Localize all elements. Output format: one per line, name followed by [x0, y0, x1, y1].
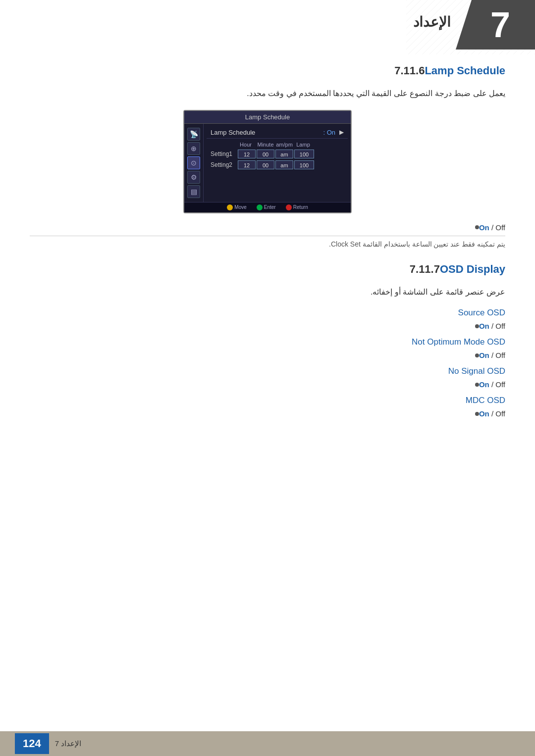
setting1-lamp: 100: [294, 150, 314, 158]
osd-inner: 📡 ⊕ ⊙ ⚙ ▤ Lamp Schedule : On ▶ Hour: [184, 124, 351, 202]
no-signal-osd-bullet: On / Off: [30, 380, 505, 389]
source-osd-heading: Source OSD: [30, 308, 505, 318]
off-label-5: Off: [495, 409, 505, 418]
return-label: Return: [293, 204, 308, 210]
setting2-lamp: 100: [294, 160, 314, 169]
osd-menu-label: Lamp Schedule: [211, 129, 323, 136]
osd-btn-return: Return: [286, 204, 308, 210]
bullet-dot-5: [475, 412, 479, 416]
setting2-ampm: am: [275, 160, 293, 169]
osd-screen: Lamp Schedule 📡 ⊕ ⊙ ⚙ ▤ Lamp Schedule : …: [183, 110, 352, 213]
setting1-hour: 12: [238, 150, 256, 158]
enter-icon: [257, 204, 263, 210]
osd-icon-1: 📡: [187, 128, 200, 141]
not-optimum-osd-bullet: On / Off: [30, 351, 505, 359]
no-signal-osd-heading: No Signal OSD: [30, 366, 505, 376]
chapter-number: 7: [490, 4, 510, 45]
osd-side-icons: 📡 ⊕ ⊙ ⚙ ▤: [184, 124, 204, 202]
setting2-label: Setting2: [211, 161, 238, 168]
off-label-2: Off: [495, 322, 505, 330]
move-label: Move: [234, 204, 246, 210]
source-osd-on-off: On / Off: [479, 322, 505, 330]
setting1-ampm: am: [275, 150, 293, 158]
section-7-heading: 7.11.7 OSD Display: [30, 263, 505, 276]
header: الإعداد 7: [0, 0, 535, 54]
osd-menu-value: : On: [323, 129, 335, 136]
on-label-2: On: [479, 322, 489, 330]
on-label-3: On: [479, 351, 489, 359]
enter-label: Enter: [264, 204, 276, 210]
col-hour: Hour: [235, 142, 256, 148]
slash-3: /: [491, 351, 495, 359]
setting2-hour: 12: [238, 160, 256, 169]
col-ampm: am/pm: [275, 142, 294, 148]
mdc-osd-on-off: On / Off: [479, 409, 505, 418]
osd-icon-2: ⊕: [187, 142, 200, 155]
source-osd-bullet: On / Off: [30, 322, 505, 330]
osd-main-area: Lamp Schedule : On ▶ Hour Minute am/pm L…: [204, 124, 351, 202]
osd-icon-4: ⚙: [187, 171, 200, 184]
mdc-osd-heading: MDC OSD: [30, 396, 505, 405]
osd-icon-3: ⊙: [187, 156, 200, 169]
section-6-title: Lamp Schedule: [425, 64, 505, 77]
osd-btn-enter: Enter: [257, 204, 276, 210]
section-7-description: عرض عنصر قائمة على الشاشة أو إخفائه.: [30, 286, 505, 299]
off-label-4: Off: [495, 380, 505, 389]
osd-btn-move: Move: [227, 204, 246, 210]
not-optimum-osd-heading: Not Optimum Mode OSD: [30, 337, 505, 347]
on-label-4: On: [479, 380, 489, 389]
section-6-number: 7.11.6: [394, 64, 425, 77]
bullet-dot-3: [475, 353, 479, 357]
on-label-1: On: [479, 223, 489, 232]
bullet-dot-4: [475, 383, 479, 387]
mdc-osd-bullet: On / Off: [30, 409, 505, 418]
chapter-title: الإعداد: [413, 14, 451, 30]
return-icon: [286, 204, 292, 210]
footer-chapter-label: الإعداد 7: [55, 739, 82, 748]
osd-bottom-bar: Move Enter Return: [184, 202, 351, 212]
on-label-5: On: [479, 409, 489, 418]
osd-title: Lamp Schedule: [184, 111, 351, 124]
osd-setting1-row: Setting1 12 00 am 100: [211, 150, 344, 158]
osd-arrow: ▶: [339, 129, 344, 136]
section-6-on-off: On / Off: [479, 223, 505, 232]
section-6-note: يتم تمكينه فقط عند تعيين الساعة باستخدام…: [30, 236, 505, 248]
section-7-number: 7.11.7: [410, 263, 440, 276]
move-icon: [227, 204, 233, 210]
col-lamp: Lamp: [294, 142, 313, 148]
slash-4: /: [491, 380, 495, 389]
osd-menu-row: Lamp Schedule : On ▶: [207, 127, 348, 139]
osd-icon-5: ▤: [187, 185, 200, 198]
slash-2: /: [491, 322, 495, 330]
section-7-title: OSD Display: [440, 263, 505, 276]
slash-5: /: [491, 409, 495, 418]
bullet-dot-1: [475, 225, 479, 229]
slash-1: /: [491, 223, 495, 232]
not-optimum-osd-on-off: On / Off: [479, 351, 505, 359]
setting1-minute: 00: [257, 150, 274, 158]
section-6-description: يعمل على ضبط درجة النصوع على القيمة التي…: [30, 87, 505, 100]
setting2-minute: 00: [257, 160, 274, 169]
off-label-3: Off: [495, 351, 505, 359]
section-6-bullet: On / Off: [30, 223, 505, 232]
setting1-label: Setting1: [211, 151, 238, 157]
footer-page-number: 124: [15, 733, 49, 754]
section-6-heading: 7.11.6 Lamp Schedule: [30, 64, 505, 77]
main-content: 7.11.6 Lamp Schedule يعمل على ضبط درجة ا…: [0, 54, 535, 451]
no-signal-osd-on-off: On / Off: [479, 380, 505, 389]
footer: 124 الإعداد 7: [0, 731, 535, 756]
off-label-1: Off: [495, 223, 505, 232]
osd-setting2-row: Setting2 12 00 am 100: [211, 160, 344, 169]
col-minute: Minute: [256, 142, 275, 148]
bullet-dot-2: [475, 324, 479, 328]
osd-table: Hour Minute am/pm Lamp Setting1 12 00 am…: [207, 139, 348, 174]
osd-table-header: Hour Minute am/pm Lamp: [211, 142, 344, 148]
